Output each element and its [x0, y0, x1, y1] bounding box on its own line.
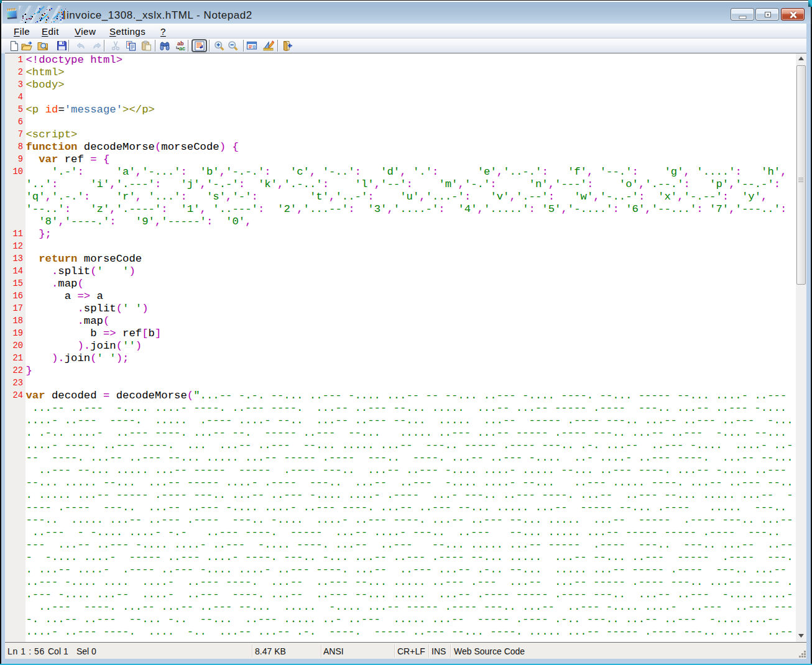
svg-text:ac: ac: [179, 45, 185, 51]
